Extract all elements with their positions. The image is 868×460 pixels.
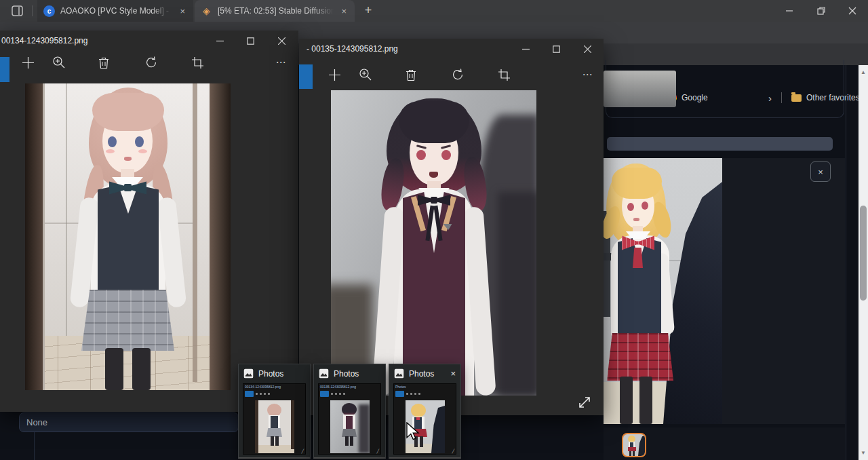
sd-gallery-image[interactable] (604, 158, 722, 424)
photos-window-title: - 00135-1243095812.png (307, 39, 503, 59)
see-more-button[interactable]: ⋯ (272, 54, 290, 71)
delete-button[interactable] (402, 66, 420, 83)
preview-app-label: Photos (409, 369, 446, 379)
mini-photo-00134 (255, 400, 294, 453)
script-dropdown-value: None (26, 417, 47, 427)
mini-accent (395, 391, 404, 397)
mini-icon (335, 393, 337, 395)
mini-accent (245, 391, 254, 397)
mini-icon (414, 393, 416, 395)
eye (642, 202, 648, 210)
plaid-skirt (607, 333, 673, 381)
window-minimize-button[interactable] (774, 0, 805, 22)
photo-image-00134[interactable] (25, 83, 231, 390)
photo-image-00135[interactable] (331, 90, 536, 396)
rotate-button[interactable] (142, 54, 160, 71)
tab-close-icon[interactable]: × (178, 6, 187, 16)
mini-window-title: 00134-1243095812.png (243, 384, 305, 390)
window-close-button[interactable] (837, 0, 868, 22)
taskbar-preview-photos-2[interactable]: Photos 00135-1243095812.png ╱ (313, 364, 386, 459)
mouth-open (429, 172, 438, 178)
desktop: c AOAOKO [PVC Style Model] - PV × ◈ [5% … (0, 0, 868, 460)
mini-accent (320, 391, 329, 397)
bow-knot (124, 184, 132, 191)
photos-app-icon (243, 368, 254, 379)
mouse-cursor (406, 422, 420, 442)
mini-icon (418, 393, 420, 395)
thumb-leg (633, 451, 635, 456)
photos-close-button[interactable] (572, 39, 603, 59)
fullscreen-button[interactable] (577, 395, 592, 413)
zoom-button[interactable] (357, 66, 374, 83)
new-tab-button[interactable]: + (360, 3, 376, 19)
blush (138, 149, 147, 153)
tab-civitai[interactable]: c AOAOKO [PVC Style Model] - PV × (37, 0, 193, 22)
glass-line (66, 83, 67, 336)
crop-button[interactable] (495, 66, 513, 83)
sd-script-dropdown[interactable]: None (19, 413, 239, 432)
mini-icon (343, 393, 345, 395)
door-frame-right (210, 83, 231, 390)
window-restore-button[interactable] (806, 0, 837, 22)
photos-nav-accent[interactable] (0, 57, 9, 82)
scrollbar-down-icon[interactable]: ▼ (859, 449, 868, 457)
photos-window-1: 00134-1243095812.png ⋯ (0, 31, 298, 412)
sd-progress-bar (607, 137, 833, 151)
mini-toolbar (243, 390, 305, 398)
photos-minimize-button[interactable] (205, 31, 235, 51)
delete-button[interactable] (95, 54, 113, 71)
mini-resize-icon: ╱ (452, 449, 454, 453)
add-button[interactable] (326, 66, 343, 83)
mini-icon (410, 393, 412, 395)
preview-mini-window[interactable]: 00134-1243095812.png ╱ (243, 383, 306, 455)
tab-stable-diffusion[interactable]: ◈ [5% ETA: 02:53] Stable Diffusion × (195, 0, 355, 22)
sd-panel-edge-right (846, 65, 846, 460)
taskbar-preview-photos-3[interactable]: Photos × Photos ╱ (389, 364, 461, 459)
eye (627, 203, 634, 211)
civitai-icon: c (43, 5, 55, 17)
scrollbar-up-icon[interactable]: ▲ (859, 69, 868, 77)
preview-mini-window[interactable]: 00135-1243095812.png ╱ (318, 383, 381, 455)
preview-mini-window[interactable]: Photos ╱ (393, 383, 456, 455)
ribbon-knot (431, 197, 437, 204)
mini-toolbar (319, 390, 380, 398)
zoom-button[interactable] (50, 54, 68, 71)
preview-close-button[interactable]: × (450, 368, 456, 379)
crop-button[interactable] (189, 54, 206, 71)
mouth (124, 157, 132, 161)
tab-title: AOAOKO [PVC Style Model] - PV (60, 6, 172, 16)
mini-toolbar (394, 390, 456, 398)
scrollbar-thumb[interactable] (860, 206, 867, 301)
add-button[interactable] (19, 54, 37, 71)
gradio-icon: ◈ (201, 5, 212, 17)
mouth (633, 218, 639, 221)
thumb-leg (629, 451, 631, 456)
sd-selected-thumbnail[interactable] (622, 433, 646, 457)
eye (108, 136, 117, 147)
photos-nav-accent[interactable] (299, 64, 313, 89)
door-frame-inner (193, 83, 197, 382)
mini-icon (339, 393, 341, 395)
see-more-button[interactable]: ⋯ (578, 66, 596, 83)
leg (639, 377, 652, 424)
photos-maximize-button[interactable] (541, 39, 572, 59)
tab-separator (32, 5, 33, 16)
sd-image-close-button[interactable]: × (810, 161, 831, 182)
rotate-button[interactable] (449, 66, 467, 83)
taskbar-preview-photos-1[interactable]: Photos 00134-1243095812.png ╱ (238, 364, 311, 459)
eye (441, 150, 451, 160)
leg (132, 348, 151, 390)
tab-close-icon[interactable]: × (339, 6, 349, 16)
tab-actions-icon[interactable] (12, 5, 23, 16)
photos-app-icon (319, 368, 329, 379)
sd-gray-button[interactable] (604, 71, 676, 107)
thumb-suit (638, 434, 645, 456)
bangs (612, 168, 662, 199)
tab-title: [5% ETA: 02:53] Stable Diffusion (218, 6, 334, 16)
blush (106, 149, 115, 153)
mini-window-title: Photos (394, 384, 456, 390)
bangs (92, 93, 164, 131)
photos-minimize-button[interactable] (511, 39, 541, 59)
photos-maximize-button[interactable] (235, 31, 266, 51)
photos-close-button[interactable] (267, 31, 297, 51)
